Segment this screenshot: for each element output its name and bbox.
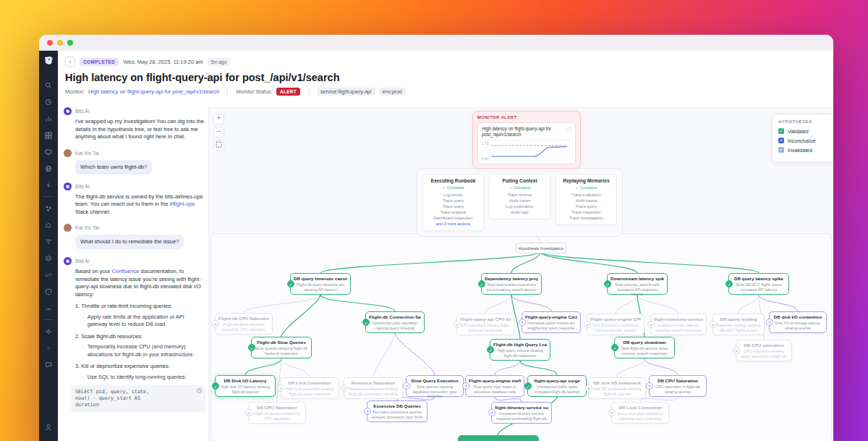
hypothesis-node[interactable]: ✕Resource SaturationResource exhaustion … [344,377,403,399]
runbook-card-title: Replaying Memories [559,178,613,183]
hypothesis-node[interactable]: ?Flight-query-engine inefficie…Poor quer… [465,375,524,397]
hypothesis-node[interactable]: ✕DB Lock ContentionQuery execution slowe… [611,402,669,424]
shield-icon[interactable] [43,286,54,298]
monitor-link[interactable]: High latency on flight-query-api for pos… [88,88,219,95]
checkbox-icon[interactable]: ✓ [778,138,784,143]
hypothesis-node-partial[interactable] [458,435,539,441]
inconclusive-question-icon: ? [364,408,371,415]
hypothesis-subtitle: Flight-db queries slowed by CPU saturati… [252,411,302,421]
settings-icon[interactable] [43,326,54,337]
hypothesis-node[interactable]: ✓DB query slowdownSlow flight-db queries… [614,337,675,358]
filter-icon[interactable] [43,236,54,248]
chat-link[interactable]: #flight-ops [170,201,195,207]
legend-item-validated[interactable]: ✓Validated [778,128,829,134]
hypothesis-node[interactable]: ✓Flight-db Slow QueriesSlow queries dela… [251,337,312,358]
search-icon[interactable] [43,80,54,91]
runbook-action: Trace query [426,198,480,203]
legend-item-invalidated[interactable]: ✓Invalidated [778,147,829,153]
hypothesis-node[interactable]: ?Excessive DB QueriesToo many concurrent… [367,400,427,422]
cloud-icon[interactable] [43,219,54,231]
hypothesis-node[interactable]: ✕DB query lockingDatabase locking causin… [712,314,765,335]
chart-icon[interactable] [43,113,54,125]
runbook-card[interactable]: Executing Runbook ✓ CompleteLog trendsTr… [422,174,484,231]
chat-text: What should I do to remediate the issue? [80,238,179,245]
copy-icon[interactable] [197,388,202,395]
info-icon[interactable]: ⓘ [567,126,572,132]
legend-item-inconclusive[interactable]: ✓Inconclusive [778,138,829,143]
hypothesis-node[interactable]: ✓DB query latency spikeSlow SELECT fligh… [728,273,789,295]
hypothesis-node[interactable]: ✕Flight-query-api CPU Satura…CPU saturat… [456,314,514,335]
complete-status: ✓ Complete [426,185,480,190]
hypothesis-node[interactable]: ✓Flight-db High Query LoadHigh query vol… [490,339,550,361]
zoom-out-button[interactable]: − [213,127,224,138]
hypothesis-node[interactable]: ?DB CPU SaturationCPU saturation in flig… [649,375,707,397]
hypothesis-subtitle: Disk I/O bottlenecks slowing flight-db q… [592,387,642,396]
bolt-icon[interactable] [43,180,54,191]
chart-ymin-label: 0.44 [482,157,488,161]
hypothesis-node[interactable]: ✓flight-query-api surgeUnexpected traffi… [527,375,587,397]
runbook-card[interactable]: Replaying Memories ✓ CompleteTrace evalu… [556,174,617,225]
fit-view-button[interactable] [213,140,224,151]
hypothesis-subtitle: Increased itinerary service requests ove… [495,411,548,421]
datadog-logo-icon[interactable] [43,55,54,67]
hypothesis-title: DB query slowdown [618,340,671,345]
service-tag[interactable]: service:flight-query-api [317,88,375,96]
hypothesis-node[interactable]: ✓Dependency latency prop…Slow downstream… [481,273,542,295]
checkbox-icon[interactable]: ✓ [778,128,784,134]
integrations-icon[interactable] [43,203,54,214]
hypothesis-node[interactable]: ✕DB Lock ContentionHigh lock contention … [280,377,339,399]
hypothesis-node[interactable]: ✕DB disk I/O bottleneckDisk I/O bottlene… [588,377,646,399]
hypothesis-node[interactable]: ?Slow Query ExecutionSlow queries causin… [406,375,464,397]
hypothesis-title: flight-query-api surge [531,378,583,384]
hypothesis-node[interactable]: ✕DB CPU saturationCPU saturation slowing… [736,340,792,361]
close-window-button[interactable] [47,40,53,46]
hypothesis-node[interactable]: ✓Downstream latency spikeSlow execute_se… [607,273,668,295]
monitor-alert-node[interactable]: MONITOR ALERT High latency on flight-que… [472,111,581,169]
hypothesis-canvas[interactable]: + − HYPOTHESES ✓Validated✓Inconclusive✓I… [208,107,833,441]
chat-author: Kai Xin Tai [75,151,99,156]
checkbox-icon[interactable]: ✓ [778,147,784,153]
inconclusive-question-icon: ? [519,319,526,326]
help-icon[interactable]: ? [43,343,54,354]
hypothesis-node[interactable]: ✕Flight-db CPU SaturationFlight-db query… [215,313,273,335]
minimize-window-button[interactable] [57,40,63,46]
hypothesis-subtitle: Flight-db query timeouts are causing API… [294,282,347,292]
hypothesis-root-node[interactable]: Hypothesis Investigation [516,243,566,253]
hypothesis-node[interactable]: ✓DB query timeouts causin…Flight-db quer… [290,273,351,295]
back-button[interactable]: ‹ [65,56,75,67]
runbook-card[interactable]: Pulling Context ✓ CompleteTrace retrieve… [489,174,550,219]
layers-icon[interactable] [43,253,54,264]
latency-sparkline-chart [483,142,569,161]
hypothesis-subtitle: CPU saturated slowing flight-query-api r… [460,323,511,332]
hypothesis-node[interactable]: ?Flight-query-engine Cache …Increased ca… [522,311,581,333]
history-icon[interactable] [43,96,54,108]
hypothesis-title: DB Disk I/O Latency [218,378,272,384]
more-actions-link[interactable]: and 3 more actions [426,221,480,227]
legend-label: Inconclusive [788,138,816,143]
env-tag[interactable]: env:prod [379,88,406,96]
hypothesis-node[interactable]: ?DB disk I/O contentionDisk I/O or stora… [769,311,827,333]
hypothesis-node[interactable]: ✕flight-inventory-service deg…Inventory … [650,314,707,335]
runbook-action: Dashboard inspection [426,215,480,221]
chat-icon[interactable] [43,359,54,371]
user-icon[interactable] [43,421,54,433]
chat-link[interactable]: Confluence [111,268,139,274]
chat-message: Bits AII've wrapped up my investigation!… [64,107,205,141]
link-icon[interactable] [43,269,54,281]
hypothesis-node[interactable]: ✕DB CPU SaturationFlight-db queries slow… [248,402,306,424]
hypothesis-subtitle: CPU saturation in flight-db slowing quer… [652,385,703,394]
hypothesis-node[interactable]: ✓Flight-db Connection Satu…Connection po… [365,311,425,333]
hypothesis-node[interactable]: ✓DB Disk I/O LatencyHigh disk I/O latenc… [215,375,276,397]
runbook-action: Audit traces [559,198,613,203]
host-icon[interactable] [43,146,54,158]
gauge-icon[interactable] [43,303,54,314]
hypothesis-node[interactable]: ?flight-itinerary-service surgeIncreased… [491,402,552,424]
zoom-in-button[interactable]: + [213,114,224,125]
maximize-window-button[interactable] [67,40,73,46]
dashboard-icon[interactable] [43,130,54,141]
hypothesis-title: Flight-query-api CPU Satura… [460,316,511,322]
hypothesis-node[interactable]: ✕Flight-query-engine CPU loadCPU or reso… [587,314,644,335]
globe-icon[interactable] [43,163,54,175]
invalidated-x-icon: ✕ [608,409,616,416]
user-avatar [64,224,72,232]
